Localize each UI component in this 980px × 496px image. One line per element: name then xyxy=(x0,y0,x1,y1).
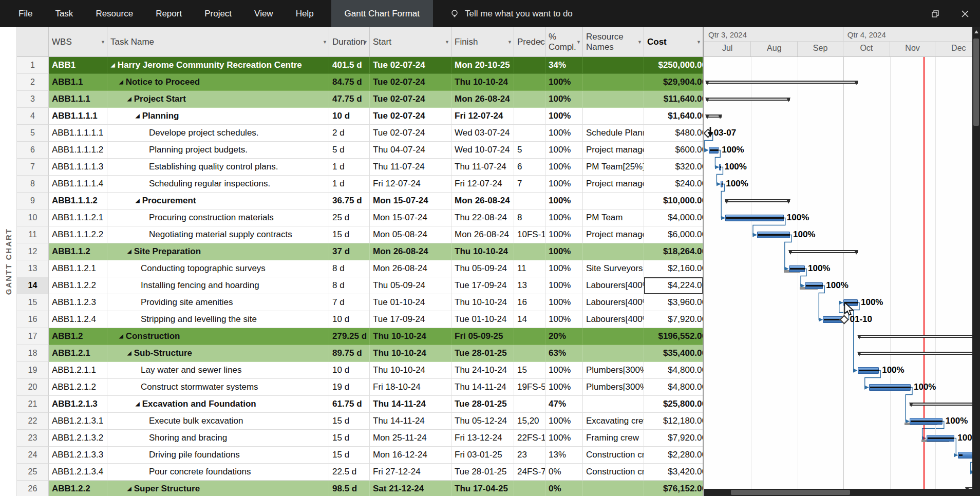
cell-start[interactable]: Tue 02-07-24 xyxy=(370,74,451,91)
gantt-task-bar[interactable] xyxy=(869,384,911,391)
cell-pct[interactable]: 100% xyxy=(545,176,583,193)
cell-name[interactable]: Execute bulk excavation xyxy=(107,413,329,430)
cell-res[interactable]: PM Team[25%] xyxy=(583,159,644,176)
cell-res[interactable]: Plumbers[300%] xyxy=(583,362,644,379)
cell-pred[interactable]: 14 xyxy=(514,311,545,328)
cell-res[interactable] xyxy=(583,481,644,496)
cell-res[interactable] xyxy=(583,243,644,260)
cell-name[interactable]: Providing site amenities xyxy=(107,294,329,311)
cell-cost[interactable]: $600.00 xyxy=(644,142,703,159)
column-header-wbs[interactable]: WBS▼ xyxy=(49,27,107,56)
row-number[interactable]: 12 xyxy=(17,243,49,260)
row-number[interactable]: 26 xyxy=(17,481,49,496)
cell-wbs[interactable]: ABB1.2.1.3.2 xyxy=(49,430,107,447)
select-all-corner[interactable] xyxy=(17,27,49,56)
cell-res[interactable]: Plumbers[300%] xyxy=(583,379,644,396)
cell-pred[interactable] xyxy=(514,91,545,108)
cell-name[interactable]: ◢Harry Jerome Community Recreation Centr… xyxy=(107,57,329,74)
cell-pct[interactable]: 63% xyxy=(545,345,583,362)
cell-name[interactable]: ◢Site Preparation xyxy=(107,243,329,260)
cell-duration[interactable]: 10 d xyxy=(329,362,370,379)
cell-start[interactable]: Mon 25-11-24 xyxy=(370,430,451,447)
filter-arrow-icon[interactable]: ▼ xyxy=(445,40,449,45)
cell-duration[interactable]: 89.75 d xyxy=(329,345,370,362)
row-number[interactable]: 25 xyxy=(17,464,49,481)
cell-wbs[interactable]: ABB1.1.1.1.1 xyxy=(49,125,107,142)
gantt-summary-bar[interactable] xyxy=(706,81,858,84)
cell-pct[interactable]: 100% xyxy=(545,159,583,176)
column-header-start[interactable]: Start▼ xyxy=(370,27,451,56)
cell-name[interactable]: Establishing quality control plans. xyxy=(107,159,329,176)
cell-finish[interactable]: Thu 17-04-25 xyxy=(451,481,514,496)
cell-pred[interactable] xyxy=(514,74,545,91)
cell-name[interactable]: ◢Notice to Proceed xyxy=(107,74,329,91)
cell-wbs[interactable]: ABB1.1.1 xyxy=(49,91,107,108)
cell-wbs[interactable]: ABB1.2.1.2 xyxy=(49,379,107,396)
column-header-finish[interactable]: Finish▼ xyxy=(451,27,514,56)
filter-arrow-icon[interactable]: ▼ xyxy=(507,40,512,45)
cell-duration[interactable]: 10 d xyxy=(329,108,370,125)
cell-res[interactable] xyxy=(583,193,644,209)
cell-cost[interactable]: $2,280.00 xyxy=(644,447,703,464)
cell-pred[interactable] xyxy=(514,57,545,74)
cell-pred[interactable]: 19FS-5 days xyxy=(514,379,545,396)
cell-cost[interactable]: $11,640.00 xyxy=(644,91,703,108)
cell-res[interactable]: Labourers[400%] xyxy=(583,294,644,311)
cell-pct[interactable]: 100% xyxy=(545,260,583,277)
cell-name[interactable]: Lay water and sewer lines xyxy=(107,362,329,379)
cell-finish[interactable]: Mon 20-10-25 xyxy=(451,57,514,74)
cell-name[interactable]: ◢Excavation and Foundation xyxy=(107,396,329,413)
cell-duration[interactable]: 5 d xyxy=(329,142,370,159)
row-number[interactable]: 23 xyxy=(17,430,49,447)
cell-finish[interactable]: Thu 11-07-24 xyxy=(451,159,514,176)
cell-wbs[interactable]: ABB1.1.1.2.1 xyxy=(49,209,107,226)
cell-pct[interactable]: 100% xyxy=(545,362,583,379)
cell-pred[interactable]: 23 xyxy=(514,447,545,464)
row-number[interactable]: 14 xyxy=(17,277,49,294)
cell-pred[interactable]: 22FS-10 days xyxy=(514,430,545,447)
row-number[interactable]: 5 xyxy=(17,125,49,142)
gantt-task-bar[interactable] xyxy=(927,435,955,442)
row-number[interactable]: 15 xyxy=(17,294,49,311)
menu-tab-resource[interactable]: Resource xyxy=(84,0,144,27)
cell-pct[interactable]: 13% xyxy=(545,447,583,464)
cell-wbs[interactable]: ABB1.1.1.2.2 xyxy=(49,226,107,243)
cell-pred[interactable] xyxy=(514,481,545,496)
cell-start[interactable]: Thu 10-10-24 xyxy=(370,345,451,362)
cell-pct[interactable]: 20% xyxy=(545,328,583,345)
cell-pred[interactable]: 8 xyxy=(514,209,545,226)
cell-cost[interactable]: $10,000.00 xyxy=(644,193,703,209)
cell-pred[interactable] xyxy=(514,328,545,345)
vertical-scrollbar[interactable] xyxy=(972,27,980,496)
row-number[interactable]: 22 xyxy=(17,413,49,430)
cell-finish[interactable]: Tue 28-01-25 xyxy=(451,396,514,413)
cell-pct[interactable]: 100% xyxy=(545,311,583,328)
cell-res[interactable]: PM Team xyxy=(583,209,644,226)
collapse-toggle-icon[interactable]: ◢ xyxy=(127,249,131,254)
gantt-summary-bar[interactable] xyxy=(858,335,972,338)
cell-cost[interactable]: $7,920.00 xyxy=(644,430,703,447)
cell-finish[interactable]: Fri 12-07-24 xyxy=(451,176,514,193)
cell-res[interactable]: Construction crew xyxy=(583,464,644,481)
cell-duration[interactable]: 84.75 d xyxy=(329,74,370,91)
cell-name[interactable]: Procuring construction materials xyxy=(107,209,329,226)
cell-name[interactable]: Construct stormwater systems xyxy=(107,379,329,396)
cell-start[interactable]: Thu 11-07-24 xyxy=(370,159,451,176)
cell-name[interactable]: Scheduling regular inspections. xyxy=(107,176,329,193)
cell-wbs[interactable]: ABB1.2.1.3.1 xyxy=(49,413,107,430)
cell-res[interactable] xyxy=(583,91,644,108)
close-window-button[interactable] xyxy=(950,0,980,27)
cell-pred[interactable]: 16 xyxy=(514,294,545,311)
cell-finish[interactable]: Thu 10-10-24 xyxy=(451,243,514,260)
cell-wbs[interactable]: ABB1.2.1.3 xyxy=(49,396,107,413)
cell-wbs[interactable]: ABB1.1 xyxy=(49,74,107,91)
cell-wbs[interactable]: ABB1.1.1.1.2 xyxy=(49,142,107,159)
gantt-task-bar[interactable] xyxy=(719,164,721,170)
cell-pct[interactable]: 100% xyxy=(545,108,583,125)
cell-cost[interactable]: $4,800.00 xyxy=(644,379,703,396)
menu-tab-view[interactable]: View xyxy=(243,0,285,27)
cell-duration[interactable]: 22.5 d xyxy=(329,464,370,481)
cell-cost[interactable]: $29,904.00 xyxy=(644,74,703,91)
cell-finish[interactable]: Thu 22-08-24 xyxy=(451,209,514,226)
collapse-toggle-icon[interactable]: ◢ xyxy=(111,63,115,68)
